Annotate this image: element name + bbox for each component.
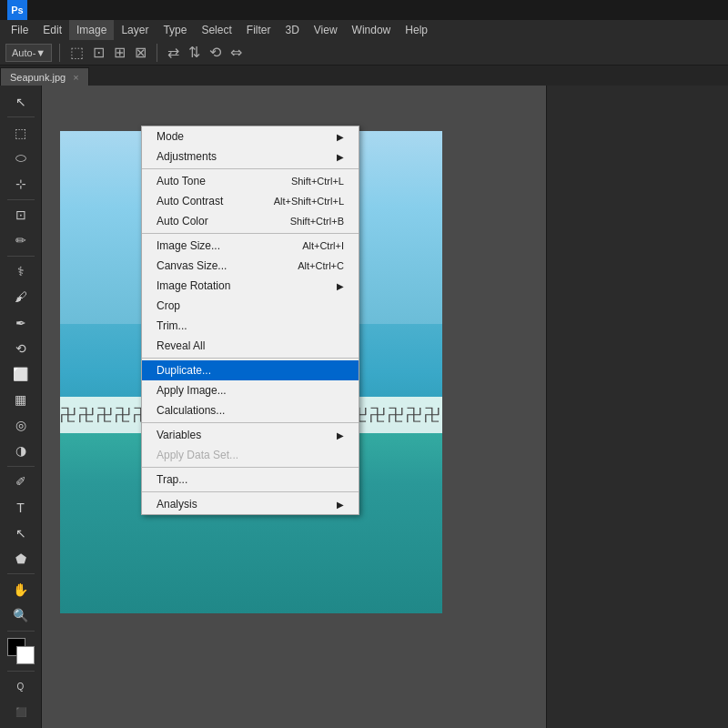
menu-type[interactable]: Type <box>156 20 194 40</box>
menu-item-adjustments[interactable]: Adjustments ▶ <box>142 147 359 167</box>
tool-hand[interactable]: ✋ <box>5 577 37 602</box>
options-icon-6: ⇅ <box>188 44 200 61</box>
menu-item-analysis[interactable]: Analysis ▶ <box>142 494 359 514</box>
tool-marquee[interactable]: ⬚ <box>5 120 37 145</box>
menu-help[interactable]: Help <box>398 20 435 40</box>
options-icon-8: ⇔ <box>230 44 242 61</box>
menu-item-trap[interactable]: Trap... <box>142 470 359 490</box>
tool-pen[interactable]: ✐ <box>5 470 37 494</box>
menu-item-apply-data-set: Apply Data Set... <box>142 445 359 465</box>
menu-select[interactable]: Select <box>194 20 238 40</box>
menu-item-reveal-all[interactable]: Reveal All <box>142 336 359 356</box>
menu-item-trim[interactable]: Trim... <box>142 316 359 336</box>
tool-sep-6 <box>7 631 35 632</box>
tool-history[interactable]: ⟲ <box>5 336 37 360</box>
tool-type[interactable]: T <box>5 495 37 520</box>
tool-sep-3 <box>7 256 35 257</box>
options-bar: Auto-▼ ⬚ ⊡ ⊞ ⊠ ⇄ ⇅ ⟲ ⇔ <box>0 40 728 66</box>
tool-sep-1 <box>7 116 35 117</box>
variables-arrow-icon: ▶ <box>337 430 344 440</box>
tool-sep-5 <box>7 573 35 574</box>
ps-logo: Ps <box>7 0 27 20</box>
tool-heal[interactable]: ⚕ <box>5 259 37 284</box>
image-dropdown-menu[interactable]: Mode ▶ Adjustments ▶ Auto Tone Shift+Ctr… <box>141 126 359 515</box>
tab-seapunk[interactable]: Seapunk.jpg × <box>0 67 89 86</box>
menu-layer[interactable]: Layer <box>114 20 156 40</box>
tool-sep-2 <box>7 199 35 200</box>
tab-close-icon[interactable]: × <box>73 72 78 83</box>
rotation-arrow-icon: ▶ <box>337 281 344 291</box>
menu-item-apply-image[interactable]: Apply Image... <box>142 380 359 400</box>
main-area: ↖ ⬚ ⬭ ⊹ ⊡ ✏ ⚕ 🖌 ✒ ⟲ ⬜ ▦ ◎ ◑ ✐ T ↖ ⬟ ✋ 🔍 … <box>0 86 728 728</box>
options-dropdown[interactable]: Auto-▼ <box>5 44 52 62</box>
sep-4 <box>142 422 359 423</box>
tool-blur[interactable]: ◎ <box>5 413 37 438</box>
tool-quick-mask[interactable]: Q <box>5 674 37 699</box>
options-icon-5: ⇄ <box>167 44 179 61</box>
left-toolbar: ↖ ⬚ ⬭ ⊹ ⊡ ✏ ⚕ 🖌 ✒ ⟲ ⬜ ▦ ◎ ◑ ✐ T ↖ ⬟ ✋ 🔍 … <box>0 86 42 728</box>
tool-zoom[interactable]: 🔍 <box>5 603 37 628</box>
tool-path[interactable]: ↖ <box>5 521 37 545</box>
tool-gradient[interactable]: ▦ <box>5 387 37 411</box>
canvas-area: 卍卍卍卍卍卍卍卍卍卍卍卍卍卍卍卍卍卍卍卍卍卍卍卍卍卍卍卍卍卍卍卍卍 Mode ▶… <box>42 86 546 728</box>
menu-item-canvas-size[interactable]: Canvas Size... Alt+Ctrl+C <box>142 256 359 276</box>
menu-file[interactable]: File <box>4 20 35 40</box>
menu-image[interactable]: Image <box>69 20 114 40</box>
tool-shape[interactable]: ⬟ <box>5 546 37 571</box>
options-icon-1: ⬚ <box>70 44 84 61</box>
menu-view[interactable]: View <box>307 20 345 40</box>
sep-6 <box>142 491 359 492</box>
options-icon-4: ⊠ <box>135 44 147 61</box>
tool-color-swatches[interactable] <box>7 638 35 664</box>
menu-item-image-size[interactable]: Image Size... Alt+Ctrl+I <box>142 236 359 256</box>
mode-arrow-icon: ▶ <box>337 132 344 142</box>
tool-stamp[interactable]: ✒ <box>5 310 37 335</box>
options-icon-7: ⟲ <box>209 44 221 61</box>
menu-filter[interactable]: Filter <box>239 20 278 40</box>
options-icon-3: ⊞ <box>114 44 126 61</box>
menu-window[interactable]: Window <box>345 20 399 40</box>
sep-2 <box>142 233 359 234</box>
menu-item-image-rotation[interactable]: Image Rotation ▶ <box>142 276 359 296</box>
sep-1 <box>142 168 359 169</box>
right-panel <box>546 86 728 728</box>
tool-crop[interactable]: ⊡ <box>5 203 37 228</box>
menu-item-duplicate[interactable]: Duplicate... <box>142 360 359 380</box>
options-icon-2: ⊡ <box>93 44 105 61</box>
title-bar: Ps <box>0 0 728 20</box>
menu-item-variables[interactable]: Variables ▶ <box>142 425 359 445</box>
menu-bar: File Edit Image Layer Type Select Filter… <box>0 20 728 40</box>
tool-magic-wand[interactable]: ⊹ <box>5 171 37 196</box>
tool-dodge[interactable]: ◑ <box>5 439 37 463</box>
tool-sep-7 <box>7 671 35 672</box>
menu-item-mode[interactable]: Mode ▶ <box>142 126 359 147</box>
sep-3 <box>142 358 359 359</box>
menu-item-auto-color[interactable]: Auto Color Shift+Ctrl+B <box>142 211 359 231</box>
adjustments-arrow-icon: ▶ <box>337 152 344 162</box>
tool-move[interactable]: ↖ <box>5 89 37 114</box>
menu-item-calculations[interactable]: Calculations... <box>142 400 359 420</box>
tool-eraser[interactable]: ⬜ <box>5 361 37 386</box>
menu-item-auto-tone[interactable]: Auto Tone Shift+Ctrl+L <box>142 171 359 191</box>
tool-eyedropper[interactable]: ✏ <box>5 228 37 253</box>
tool-brush[interactable]: 🖌 <box>5 285 37 309</box>
tool-sep-4 <box>7 466 35 467</box>
tool-background-color[interactable] <box>16 646 35 664</box>
tool-lasso[interactable]: ⬭ <box>5 146 37 170</box>
tab-bar: Seapunk.jpg × <box>0 66 728 86</box>
tool-screen-mode[interactable]: ⬛ <box>5 700 37 724</box>
menu-edit[interactable]: Edit <box>35 20 69 40</box>
menu-3d[interactable]: 3D <box>278 20 306 40</box>
analysis-arrow-icon: ▶ <box>337 500 344 510</box>
menu-item-auto-contrast[interactable]: Auto Contrast Alt+Shift+Ctrl+L <box>142 191 359 211</box>
sep-5 <box>142 467 359 468</box>
menu-item-crop[interactable]: Crop <box>142 296 359 316</box>
